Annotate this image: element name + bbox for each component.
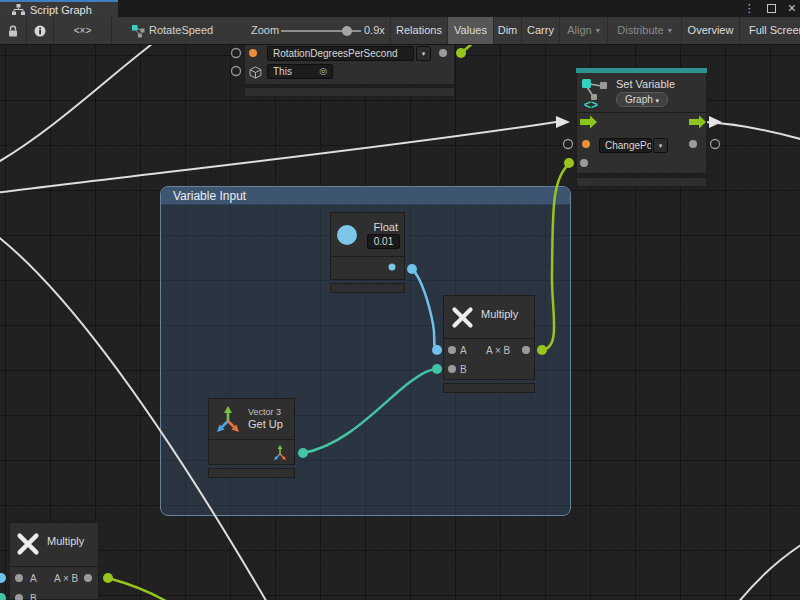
lock-icon (7, 25, 19, 37)
value-port-connected[interactable] (103, 573, 113, 583)
gameobject-cube-icon (249, 66, 262, 79)
node-separator (577, 112, 706, 113)
align-button[interactable]: Align▾ (559, 17, 607, 44)
svg-text:<>: <> (584, 98, 598, 110)
multiply-title: Multiply (47, 535, 84, 547)
node-float-literal[interactable]: Float 0.01 (330, 212, 405, 280)
get-up-title: Get Up (248, 418, 283, 430)
node-multiply-2[interactable]: Multiply A A × B B (9, 522, 99, 600)
set-variable-accent-stripe (576, 68, 707, 73)
value-port-empty[interactable] (232, 67, 241, 76)
node-multiply[interactable]: Multiply A A × B B (443, 295, 535, 380)
values-button[interactable]: Values (447, 17, 493, 44)
multiply-title: Multiply (481, 308, 518, 320)
distribute-button[interactable]: Distribute▾ (607, 17, 681, 44)
value-wire-multiply2-out[interactable] (108, 578, 166, 600)
overview-button[interactable]: Overview (681, 17, 739, 44)
float-title: Float (374, 221, 398, 233)
control-wire-into-set-variable[interactable] (0, 122, 556, 193)
control-wire-out-of-set-variable[interactable] (706, 122, 800, 140)
node-footer (443, 383, 535, 393)
zoom-slider-handle[interactable] (342, 26, 352, 36)
chevron-down-icon: ▾ (664, 26, 672, 35)
value-port-connected[interactable] (564, 158, 574, 168)
node-separator (444, 338, 534, 339)
set-variable-dropdown-button[interactable]: ▾ (653, 138, 668, 153)
set-variable-title: Set Variable (616, 78, 675, 90)
port-label-b: B (460, 359, 467, 381)
chevron-down-icon: ▾ (592, 26, 600, 35)
vector3-type-label: Vector 3 (248, 407, 281, 417)
multiply-icon (16, 532, 40, 556)
group-header[interactable]: Variable Input (161, 187, 570, 205)
value-port-connected[interactable] (456, 48, 466, 58)
float-value-input[interactable]: 0.01 (367, 234, 400, 249)
control-wire-arrowhead (556, 116, 570, 128)
node-footer (244, 87, 455, 97)
get-variable-name: RotationDegreesPerSecond (273, 48, 398, 59)
value-port-empty[interactable] (564, 140, 573, 149)
port-label-a: A (30, 568, 37, 590)
set-variable-name: ChangePos (605, 140, 652, 151)
value-port-connected[interactable] (0, 593, 6, 600)
graph-hierarchy-icon (12, 4, 25, 16)
target-value: This (273, 66, 292, 77)
code-preview-button[interactable]: <×> (54, 17, 112, 44)
code-preview-icon: <×> (74, 25, 92, 36)
port-label-result: A × B (54, 568, 78, 590)
graph-toolbar: <×> RotateSpeed Zoom 0.9x Relations Valu… (0, 17, 800, 45)
window-title-bar: Script Graph ⋮ × (0, 0, 800, 17)
node-separator (331, 256, 404, 257)
window-controls: ⋮ × (744, 0, 796, 17)
variable-scope-button[interactable]: Graph ▾ (616, 92, 668, 107)
vector3-output-icon (272, 444, 288, 461)
node-set-variable[interactable]: <> Set Variable Graph ▾ ChangePos ▾ (576, 68, 707, 174)
value-port-empty[interactable] (711, 140, 720, 149)
control-wire[interactable] (0, 32, 168, 164)
port-label-result: A × B (486, 340, 510, 362)
node-separator (209, 439, 294, 440)
node-footer (208, 468, 295, 478)
carry-button[interactable]: Carry (521, 17, 559, 44)
get-variable-target-field[interactable]: This ◎ (267, 64, 333, 79)
get-variable-name-dropdown[interactable]: RotationDegreesPerSecond (267, 46, 414, 61)
zoom-value: 0.9x (364, 17, 385, 44)
graph-name-label: RotateSpeed (149, 17, 213, 44)
inspect-button[interactable] (27, 17, 54, 44)
control-wire[interactable] (737, 543, 800, 600)
vector3-icon (214, 403, 242, 435)
graph-asset-icon (132, 25, 145, 38)
value-port-connected[interactable] (0, 573, 6, 583)
close-icon[interactable]: × (788, 0, 796, 17)
node-footer (330, 283, 405, 293)
port-label-b: B (30, 588, 37, 600)
lock-button[interactable] (0, 17, 27, 44)
tab-label: Script Graph (30, 4, 92, 16)
group-title: Variable Input (173, 189, 246, 203)
node-footer (576, 177, 707, 187)
object-picker-icon[interactable]: ◎ (319, 65, 327, 78)
info-icon (34, 25, 46, 37)
float-type-icon (336, 224, 358, 246)
maximize-icon[interactable] (767, 4, 776, 13)
node-vector3-get-up[interactable]: Vector 3 Get Up (208, 398, 295, 465)
zoom-label: Zoom (251, 17, 279, 44)
script-graph-window: Variable Input RotationDegreesPerSecond … (0, 0, 800, 600)
node-separator (10, 566, 98, 567)
relations-button[interactable]: Relations (390, 17, 447, 44)
zoom-slider[interactable] (281, 30, 361, 32)
multiply-icon (451, 306, 474, 329)
node-get-variable[interactable]: RotationDegreesPerSecond ▾ This ◎ (244, 41, 455, 85)
set-variable-graph-icon: <> (581, 78, 611, 110)
value-port-empty[interactable] (232, 49, 241, 58)
get-variable-dropdown-button[interactable]: ▾ (416, 46, 431, 61)
tab-script-graph[interactable]: Script Graph (0, 0, 118, 17)
control-wire-arrowhead (709, 116, 722, 128)
full-screen-button[interactable]: Full Screen (739, 17, 800, 44)
set-variable-name-dropdown[interactable]: ChangePos (599, 138, 652, 153)
more-menu-icon[interactable]: ⋮ (744, 0, 755, 17)
dim-button[interactable]: Dim (493, 17, 521, 44)
